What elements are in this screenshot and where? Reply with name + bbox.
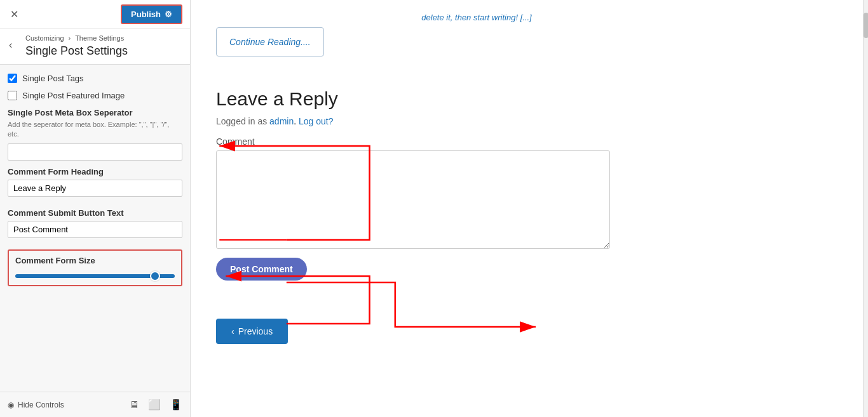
single-post-tags-label[interactable]: Single Post Tags: [22, 74, 84, 83]
monitor-button[interactable]: 🖥: [129, 399, 139, 411]
scrollbar[interactable]: [863, 0, 868, 417]
logged-in-prefix: Logged in as: [216, 116, 269, 126]
tablet-button[interactable]: ⬜: [148, 399, 161, 411]
panel-title: Single Post Settings: [25, 44, 182, 58]
leave-reply-section: Leave a Reply Logged in as admin. Log ou…: [216, 88, 737, 281]
comment-submit-label: Comment Submit Button Text: [8, 208, 182, 218]
scrollbar-thumb[interactable]: [864, 13, 868, 38]
breadcrumb-customizing: Customizing: [25, 34, 64, 42]
option-row-tags: Single Post Tags: [8, 74, 182, 83]
comment-submit-input[interactable]: [8, 221, 182, 238]
breadcrumb: Customizing › Theme Settings: [25, 34, 182, 42]
card-text-top: delete it, then start writing! [...]: [216, 13, 737, 22]
comment-form-heading-input[interactable]: [8, 180, 182, 197]
hide-controls-label: Hide Controls: [18, 400, 64, 409]
breadcrumb-area: ‹ Customizing › Theme Settings Single Po…: [0, 29, 190, 65]
previous-button[interactable]: ‹ Previous: [216, 319, 288, 344]
bottom-bar: ◉ Hide Controls 🖥 ⬜ 📱: [0, 392, 190, 417]
comment-form-size-group: Comment Form Size: [8, 249, 182, 286]
comment-form-heading-label: Comment Form Heading: [8, 167, 182, 176]
single-post-featured-image-checkbox[interactable]: [8, 91, 17, 100]
post-comment-button[interactable]: Post Comment: [216, 258, 307, 281]
preview-content: delete it, then start writing! [...] Con…: [191, 0, 763, 369]
comment-textarea[interactable]: [216, 150, 610, 249]
meta-box-section: Single Post Meta Box Seperator Add the s…: [8, 108, 182, 163]
logout-link[interactable]: Log out?: [299, 116, 334, 126]
admin-link[interactable]: admin: [269, 116, 294, 126]
breadcrumb-theme-settings: Theme Settings: [75, 34, 124, 42]
eye-icon: ◉: [8, 400, 14, 409]
comment-form-heading-group: Comment Form Heading: [8, 167, 182, 199]
comment-submit-group: Comment Submit Button Text: [8, 208, 182, 241]
panel-content: Single Post Tags Single Post Featured Im…: [0, 65, 190, 392]
single-post-tags-checkbox[interactable]: [8, 74, 17, 83]
leave-reply-title: Leave a Reply: [216, 88, 737, 110]
comment-form-size-slider[interactable]: [15, 274, 175, 278]
publish-button[interactable]: Publish ⚙: [121, 4, 182, 24]
meta-box-description: Add the seperator for meta box. Example:…: [8, 120, 182, 140]
breadcrumb-arrow: ›: [69, 34, 71, 42]
meta-box-input[interactable]: [8, 143, 182, 161]
gear-icon: ⚙: [165, 10, 172, 19]
logged-in-text: Logged in as admin. Log out?: [216, 116, 737, 126]
close-button[interactable]: ✕: [8, 6, 21, 23]
mobile-button[interactable]: 📱: [170, 399, 182, 411]
device-icons: 🖥 ⬜ 📱: [129, 399, 182, 411]
back-button[interactable]: ‹: [5, 37, 16, 53]
logged-in-suffix: .: [294, 116, 299, 126]
continue-reading-card[interactable]: Continue Reading....: [216, 27, 324, 56]
left-panel: ✕ Publish ⚙ ‹ Customizing › Theme Settin…: [0, 0, 191, 417]
continue-reading-text: Continue Reading....: [229, 37, 311, 47]
hide-controls-button[interactable]: ◉ Hide Controls: [8, 400, 64, 409]
card-area: delete it, then start writing! [...] Con…: [216, 13, 737, 76]
previous-area: ‹ Previous: [216, 300, 737, 344]
single-post-featured-image-label[interactable]: Single Post Featured Image: [22, 91, 125, 100]
meta-box-heading: Single Post Meta Box Seperator: [8, 108, 182, 117]
option-row-featured-image: Single Post Featured Image: [8, 91, 182, 100]
previous-arrow-icon: ‹: [231, 326, 234, 336]
comment-form-size-label: Comment Form Size: [15, 256, 175, 265]
previous-label: Previous: [238, 326, 273, 336]
right-panel: delete it, then start writing! [...] Con…: [191, 0, 868, 417]
comment-label: Comment: [216, 136, 737, 147]
top-bar: ✕ Publish ⚙: [0, 0, 190, 29]
publish-label: Publish: [131, 10, 161, 19]
